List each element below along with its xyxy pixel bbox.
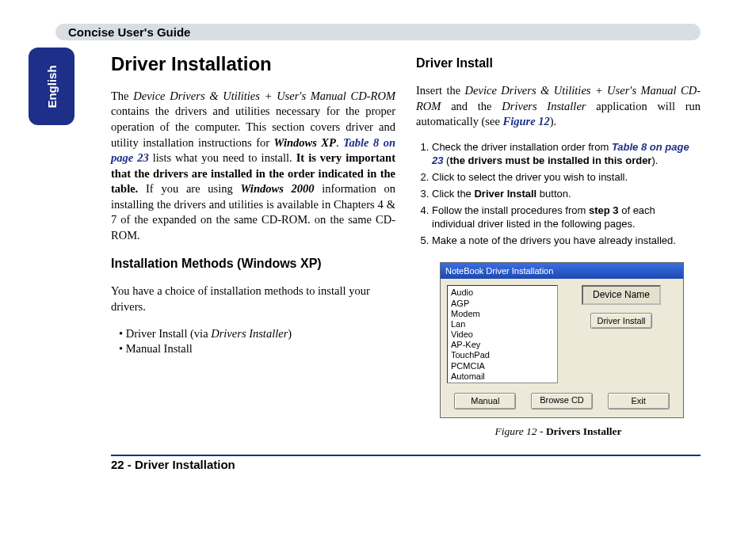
list-item: Driver Install (via Drivers Installer) — [119, 326, 395, 342]
page-title: Driver Installation — [111, 51, 395, 77]
list-item: Click to select the driver you wish to i… — [432, 171, 701, 185]
list-item: Manual Install — [119, 341, 395, 357]
list-item: Check the driver installation order from… — [432, 141, 701, 168]
list-item[interactable]: Automail — [451, 371, 554, 382]
figure-caption: Figure 12 - Drivers Installer — [416, 424, 701, 439]
language-tab-label: English — [44, 65, 58, 108]
device-name-label: Device Name — [582, 285, 661, 304]
list-item[interactable]: AGP — [451, 299, 554, 309]
driver-install-intro: Insert the Device Drivers & Utilities + … — [416, 83, 701, 130]
list-item[interactable]: Modem — [451, 309, 554, 319]
language-tab: English — [29, 48, 74, 125]
list-item: Click the Driver Install button. — [432, 188, 701, 201]
left-column: Driver Installation The Device Drivers &… — [111, 48, 395, 439]
list-item[interactable]: PCMCIA — [451, 361, 554, 371]
driver-install-heading: Driver Install — [416, 55, 701, 72]
install-methods-intro: You have a choice of installation method… — [111, 284, 395, 314]
list-item[interactable]: AP-Key — [451, 340, 554, 350]
driver-listbox[interactable]: Audio AGP Modem Lan Video AP-Key TouchPa… — [447, 285, 558, 383]
install-steps: Check the driver installation order from… — [416, 141, 701, 247]
intro-paragraph: The Device Drivers & Utilities + User's … — [111, 89, 395, 244]
figure12-link[interactable]: Figure 12 — [503, 115, 550, 128]
list-item[interactable]: Lan — [451, 319, 554, 329]
list-item[interactable]: Video — [451, 329, 554, 340]
installer-window: NoteBook Driver Installation Audio AGP M… — [440, 262, 684, 419]
header-bar: Concise User's Guide — [55, 24, 701, 40]
driver-install-button[interactable]: Driver Install — [590, 313, 652, 329]
list-item[interactable]: TouchPad — [451, 350, 554, 360]
install-methods-list: Driver Install (via Drivers Installer) M… — [111, 326, 395, 357]
browse-cd-button[interactable]: Browse CD — [531, 393, 593, 409]
exit-button[interactable]: Exit — [608, 393, 670, 409]
installer-titlebar: NoteBook Driver Installation — [441, 263, 683, 280]
install-methods-heading: Installation Methods (Windows XP) — [111, 255, 395, 272]
list-item: Make a note of the drivers you have alre… — [432, 234, 701, 248]
right-column: Driver Install Insert the Device Drivers… — [416, 48, 701, 439]
list-item[interactable]: Audio — [451, 287, 554, 298]
list-item: Follow the install procedures from step … — [432, 204, 701, 231]
page-footer: 22 - Driver Installation — [111, 456, 756, 471]
manual-button[interactable]: Manual — [454, 393, 516, 409]
